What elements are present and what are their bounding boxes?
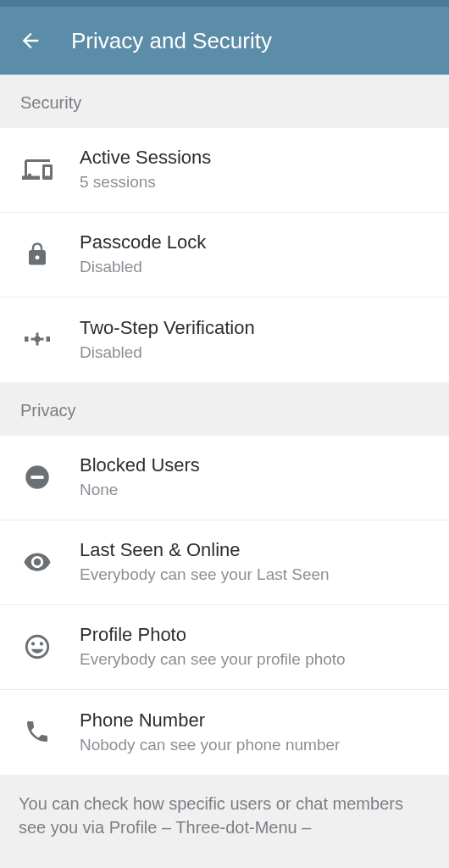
- item-content: Passcode Lock Disabled: [80, 231, 429, 276]
- list-item-blocked-users[interactable]: Blocked Users None: [0, 436, 449, 520]
- privacy-list: Blocked Users None Last Seen & Online Ev…: [0, 436, 449, 775]
- list-item-two-step[interactable]: Two-Step Verification Disabled: [0, 298, 449, 382]
- lock-icon: [20, 237, 54, 271]
- item-title: Phone Number: [80, 709, 429, 732]
- status-bar: [0, 0, 449, 7]
- list-item-last-seen[interactable]: Last Seen & Online Everybody can see you…: [0, 520, 449, 605]
- item-subtitle: 5 sessions: [80, 173, 429, 192]
- item-title: Active Sessions: [80, 147, 429, 169]
- section-header-privacy: Privacy: [0, 382, 449, 436]
- item-content: Active Sessions 5 sessions: [80, 147, 429, 192]
- devices-icon: [20, 153, 54, 186]
- eye-icon: [20, 545, 54, 579]
- security-list: Active Sessions 5 sessions Passcode Lock…: [0, 128, 449, 382]
- key-icon: [20, 322, 54, 356]
- item-content: Two-Step Verification Disabled: [80, 317, 429, 362]
- page-title: Privacy and Security: [71, 28, 272, 54]
- item-title: Blocked Users: [80, 454, 429, 476]
- item-title: Profile Photo: [80, 624, 429, 646]
- svg-rect-1: [31, 476, 44, 479]
- item-title: Two-Step Verification: [80, 317, 429, 339]
- section-header-security: Security: [0, 75, 449, 128]
- item-content: Phone Number Nobody can see your phone n…: [80, 709, 429, 754]
- item-title: Passcode Lock: [80, 231, 429, 253]
- item-subtitle: Disabled: [80, 258, 429, 276]
- item-title: Last Seen & Online: [80, 539, 429, 561]
- item-subtitle: None: [80, 481, 429, 499]
- footer-help-text: You can check how specific users or chat…: [0, 775, 449, 856]
- item-content: Last Seen & Online Everybody can see you…: [80, 539, 429, 584]
- item-subtitle: Everybody can see your Last Seen: [80, 565, 429, 584]
- item-subtitle: Nobody can see your phone number: [80, 736, 429, 754]
- header: Privacy and Security: [0, 7, 449, 75]
- item-content: Blocked Users None: [80, 454, 429, 499]
- item-subtitle: Everybody can see your profile photo: [80, 650, 429, 669]
- item-subtitle: Disabled: [80, 343, 429, 362]
- phone-icon: [20, 715, 54, 748]
- item-content: Profile Photo Everybody can see your pro…: [80, 624, 429, 669]
- blocked-icon: [20, 460, 54, 494]
- back-button[interactable]: [17, 27, 44, 54]
- list-item-active-sessions[interactable]: Active Sessions 5 sessions: [0, 128, 449, 213]
- list-item-profile-photo[interactable]: Profile Photo Everybody can see your pro…: [0, 605, 449, 690]
- back-arrow-icon: [19, 29, 42, 53]
- smiley-icon: [20, 630, 54, 664]
- list-item-passcode-lock[interactable]: Passcode Lock Disabled: [0, 213, 449, 298]
- list-item-phone-number[interactable]: Phone Number Nobody can see your phone n…: [0, 690, 449, 775]
